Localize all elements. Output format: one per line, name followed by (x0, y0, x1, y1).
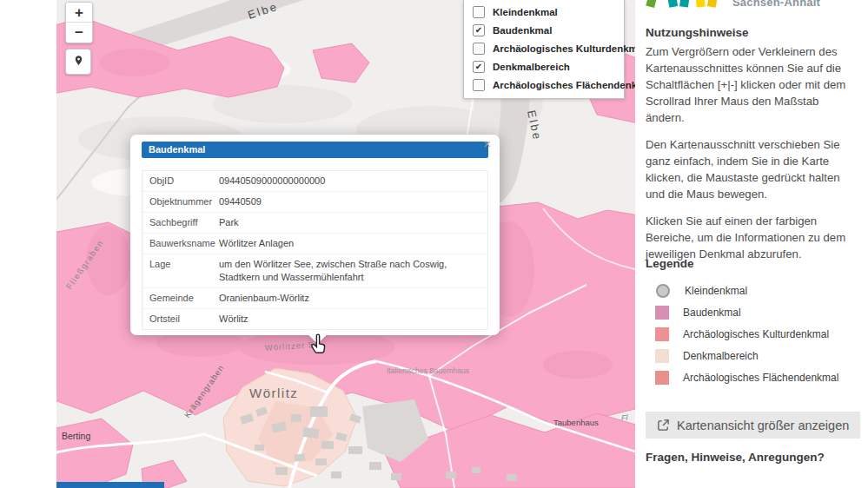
legend-title: Legende (646, 257, 694, 270)
logo-mark-icon (679, 0, 690, 8)
logo-mark-icon (667, 0, 678, 8)
footer-bar (56, 482, 164, 488)
legend-item-label: Archäologisches Kulturdenkmal (683, 328, 829, 340)
usage-paragraph: Den Kartenausschnitt verschieben Sie gan… (646, 136, 855, 202)
zoom-control: + − (65, 2, 93, 43)
label-fl-partial: Fl (621, 413, 628, 422)
layer-checkbox[interactable] (473, 43, 485, 55)
popup-row-label: Bauwerksname (142, 234, 217, 254)
usage-title: Nutzungshinweise (646, 26, 749, 39)
layer-item[interactable]: Archäologisches Kulturdenkmal (464, 39, 624, 57)
layer-item-label: Archäologisches Flächendenkmal (493, 80, 636, 90)
popup-row-value: Wörlitz (217, 309, 487, 329)
popup: × Baudenkmal ObjID09440509000000000000Ob… (130, 135, 500, 335)
popup-row-value: Wörlitzer Anlagen (217, 234, 487, 254)
popup-row-label: ObjID (142, 171, 217, 191)
legend-swatch (655, 349, 669, 363)
zoom-out-button[interactable]: − (66, 23, 92, 43)
legend-item-label: Archäologisches Flächendenkmal (683, 372, 838, 384)
layer-item[interactable]: ✔Denkmalbereich (464, 57, 624, 76)
layer-item[interactable]: Kleindenkmal (464, 3, 624, 21)
popup-row: SachbegriffPark (142, 213, 487, 234)
label-berting: Berting (62, 431, 90, 441)
popup-row-value: Oranienbaum-Wörlitz (217, 288, 487, 308)
popup-row-value: Park (217, 213, 487, 233)
layer-checkbox[interactable] (473, 79, 485, 91)
popup-row-label: Lage (142, 254, 217, 287)
popup-row-label: Ortsteil (142, 309, 217, 329)
logo-mark-icon (646, 0, 657, 8)
layer-item-label: Denkmalbereich (493, 62, 570, 72)
popup-row: GemeindeOranienbaum-Wörlitz (142, 288, 487, 309)
layer-checkbox[interactable] (473, 6, 485, 18)
legend-swatch (656, 284, 670, 298)
logo: Sachsen-Anhalt (646, 0, 854, 14)
layer-item-label: Kleindenkmal (493, 7, 558, 17)
legend-item: Baudenkmal (655, 301, 838, 323)
layer-item[interactable]: ✔Baudenkmal (464, 21, 624, 39)
legend-item-label: Kleindenkmal (685, 285, 747, 297)
legend-item: Denkmalbereich (655, 345, 838, 366)
label-woerlitz: Wörlitz (249, 386, 298, 400)
layer-item-label: Baudenkmal (493, 25, 552, 36)
layer-item-label: Archäologisches Kulturdenkmal (493, 43, 636, 54)
enlarge-map-button[interactable]: Kartenansicht größer anzeigen (646, 412, 860, 439)
questions-title: Fragen, Hinweise, Anregungen? (646, 451, 825, 464)
enlarge-map-label: Kartenansicht größer anzeigen (677, 419, 849, 432)
legend-item: Archäologisches Flächendenkmal (655, 366, 838, 388)
legend-item: Archäologisches Kulturdenkmal (655, 323, 838, 345)
external-link-icon (657, 419, 670, 432)
label-taubenhaus: Taubenhaus (553, 418, 599, 427)
popup-row-value: 09440509000000000000 (217, 171, 487, 191)
sidebar: Sachsen-Anhalt Nutzungshinweise Zum Verg… (635, 0, 868, 488)
popup-row-label: Sachbegriff (142, 213, 217, 233)
logo-mark-icon (695, 0, 706, 7)
layer-checkbox[interactable]: ✔ (473, 24, 485, 36)
popup-row-value: 09440509 (217, 192, 487, 212)
logo-mark-icon (707, 0, 718, 8)
popup-row-label: Objektnummer (142, 192, 217, 212)
popup-row: Objektnummer09440509 (142, 192, 487, 213)
popup-row: OrtsteilWörlitz (142, 309, 487, 329)
legend-item-label: Baudenkmal (683, 307, 741, 319)
popup-title: Baudenkmal (142, 142, 488, 158)
popup-row: BauwerksnameWörlitzer Anlagen (142, 234, 487, 254)
layer-item[interactable]: Archäologisches Flächendenkmal (464, 76, 624, 94)
usage-paragraphs: Zum Vergrößern oder Verkleinern des Kart… (646, 43, 855, 273)
popup-row-value: um den Wörlitzer See, zwischen Straße na… (217, 254, 487, 287)
legend-item-label: Denkmalbereich (683, 350, 759, 362)
layer-checkbox[interactable]: ✔ (473, 61, 485, 73)
close-icon[interactable]: × (477, 135, 497, 153)
logo-text: Sachsen-Anhalt (732, 0, 820, 9)
hand-cursor-icon (307, 333, 329, 356)
popup-row: ObjID09440509000000000000 (142, 171, 487, 192)
legend-swatch (655, 306, 669, 320)
layer-panel: Kleindenkmal✔BaudenkmalArchäologisches K… (463, 0, 625, 99)
locate-button[interactable] (65, 49, 91, 75)
legend-item: Kleindenkmal (655, 280, 838, 301)
popup-row: Lageum den Wörlitzer See, zwischen Straß… (142, 254, 487, 288)
zoom-in-button[interactable]: + (66, 3, 92, 23)
popup-row-label: Gemeinde (142, 288, 217, 308)
usage-paragraph: Klicken Sie auf einen der farbigen Berei… (646, 213, 855, 262)
location-pin-icon (72, 53, 85, 69)
usage-paragraph: Zum Vergrößern oder Verkleinern des Kart… (646, 43, 855, 126)
legend-swatch (655, 371, 669, 385)
map-area[interactable]: Elbe Elbe Fließgraben Krägengraben Wörli… (56, 0, 636, 488)
legend-swatch (655, 327, 669, 341)
popup-table: ObjID09440509000000000000Objektnummer094… (142, 170, 488, 330)
label-italienisches-bauernhaus: Italienisches Bauernhaus (387, 366, 469, 375)
legend-list: KleindenkmalBaudenkmalArchäologisches Ku… (655, 280, 838, 388)
